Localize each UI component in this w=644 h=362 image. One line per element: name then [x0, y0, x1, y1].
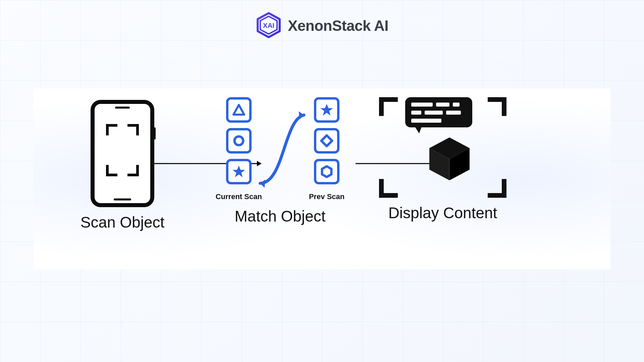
diamond-icon: [314, 128, 339, 154]
stage-match-title: Match Object: [235, 207, 326, 225]
current-scan-label: Current Scan: [216, 192, 262, 201]
prev-scan-column: Prev Scan: [309, 97, 344, 201]
smartphone-icon: [91, 100, 154, 207]
stage-match: Current Scan Prev Scan: [208, 97, 352, 225]
hexagon-icon: [314, 159, 339, 184]
stage-display-title: Display Content: [388, 204, 497, 222]
svg-marker-9: [320, 104, 333, 116]
header: XAI XenonStack AI: [256, 12, 388, 40]
chat-bubble-icon: [405, 97, 472, 127]
triangle-icon: [226, 97, 252, 123]
brand-logo-icon: XAI: [256, 12, 282, 40]
star-icon: [226, 159, 252, 184]
svg-point-7: [234, 136, 243, 145]
star-icon: [314, 97, 339, 123]
prev-scan-label: Prev Scan: [309, 192, 344, 201]
svg-marker-8: [232, 166, 245, 177]
svg-marker-12: [299, 111, 304, 119]
stage-scan-title: Scan Object: [80, 213, 165, 231]
current-scan-column: Current Scan: [216, 97, 262, 201]
svg-marker-10: [321, 135, 332, 146]
circle-icon: [226, 128, 252, 154]
svg-marker-6: [233, 105, 244, 115]
process-band: Scan Object Current Scan: [34, 88, 610, 269]
brand-name: XenonStack AI: [288, 17, 388, 34]
cube-3d-icon: [426, 134, 473, 181]
brand-logo-text: XAI: [263, 22, 274, 29]
stage-display: Display Content: [369, 97, 517, 222]
viewfinder-icon: [106, 124, 139, 176]
svg-marker-11: [322, 166, 331, 177]
display-viewport-icon: [379, 97, 506, 198]
stage-scan: Scan Object: [60, 100, 184, 231]
